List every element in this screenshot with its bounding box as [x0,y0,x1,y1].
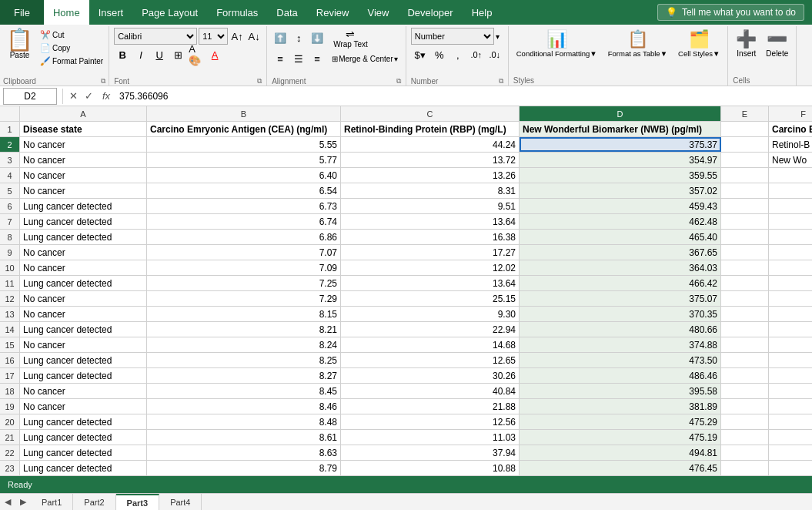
wrap-text-button[interactable]: ⇌ Wrap Text [330,28,371,49]
grid-cell[interactable]: 8.24 [147,337,341,352]
grid-cell[interactable]: New Wonderful Biomarker (NWB) (pg/ml) [520,122,721,136]
grid-cell[interactable]: Lung cancer detected [20,353,147,367]
grid-cell[interactable]: 374.88 [520,337,721,352]
tab-nav-right[interactable]: ▶ [15,497,31,507]
decrease-font-button[interactable]: A↓ [246,29,262,44]
grid-cell[interactable]: 8.61 [147,430,341,445]
grid-cell[interactable]: 8.31 [341,183,520,198]
grid-cell[interactable]: Lung cancer detected [20,445,147,460]
col-header-C[interactable]: C [341,106,520,121]
grid-cell[interactable] [721,337,769,352]
align-center-button[interactable]: ☰ [290,50,307,67]
merge-dropdown-icon[interactable]: ▾ [394,55,398,63]
row-number[interactable]: 4 [0,168,20,183]
row-number[interactable]: 9 [0,245,20,260]
row-number[interactable]: 23 [0,461,20,475]
grid-cell[interactable]: 475.19 [520,430,721,445]
grid-cell[interactable]: 375.07 [520,291,721,306]
grid-cell[interactable]: 8.25 [147,353,341,367]
grid-cell[interactable]: 16.38 [341,230,520,244]
grid-cell[interactable] [769,230,812,244]
row-number[interactable]: 3 [0,153,20,167]
grid-cell[interactable]: 8.79 [147,461,341,475]
grid-cell[interactable] [721,168,769,183]
file-menu[interactable]: File [0,0,44,25]
grid-cell[interactable]: 359.55 [520,168,721,183]
increase-decimal-button[interactable]: .0↑ [468,46,485,63]
underline-button[interactable]: U [151,46,168,63]
grid-cell[interactable]: 11.03 [341,430,520,445]
grid-cell[interactable]: 395.58 [520,384,721,398]
grid-cell[interactable] [769,322,812,337]
grid-cell[interactable] [769,337,812,352]
grid-cell[interactable] [721,230,769,244]
grid-cell[interactable]: Lung cancer detected [20,430,147,445]
grid-cell[interactable]: No cancer [20,168,147,183]
grid-cell[interactable] [769,260,812,275]
grid-cell[interactable] [721,368,769,383]
grid-cell[interactable] [769,214,812,229]
grid-cell[interactable] [721,291,769,306]
grid-cell[interactable]: 21.88 [341,399,520,414]
grid-cell[interactable] [721,461,769,475]
menu-data[interactable]: Data [267,0,306,25]
grid-cell[interactable]: 5.77 [147,153,341,167]
tab-part3[interactable]: Part3 [116,494,160,510]
grid-cell[interactable]: 25.15 [341,291,520,306]
insert-function-button[interactable]: fx [96,89,116,104]
grid-cell[interactable]: 22.94 [341,322,520,337]
grid-cell[interactable]: 12.56 [341,414,520,429]
format-painter-button[interactable]: 🖌️ Format Painter [38,55,105,67]
decrease-decimal-button[interactable]: .0↓ [486,46,503,63]
grid-cell[interactable]: 466.42 [520,276,721,290]
font-color-button[interactable]: A [206,46,223,63]
align-bottom-button[interactable]: ⬇️ [309,30,326,47]
grid-cell[interactable]: Retinol-Binding Protein (RBP) (mg/L) [341,122,520,136]
grid-cell[interactable]: 473.50 [520,353,721,367]
row-number[interactable]: 12 [0,291,20,306]
grid-cell[interactable]: 8.15 [147,307,341,321]
grid-cell[interactable] [769,399,812,414]
tab-part2[interactable]: Part2 [73,494,115,510]
row-number[interactable]: 1 [0,122,20,136]
number-format-select[interactable]: Number [411,28,494,45]
row-number[interactable]: 15 [0,337,20,352]
tab-part4[interactable]: Part4 [159,494,202,510]
tell-me-box[interactable]: 💡 Tell me what you want to do [657,4,804,21]
grid-cell[interactable]: 7.09 [147,260,341,275]
grid-cell[interactable]: 17.27 [341,245,520,260]
align-middle-button[interactable]: ↕️ [290,30,307,47]
grid-cell[interactable]: 8.46 [147,399,341,414]
menu-insert[interactable]: Insert [89,0,133,25]
grid-cell[interactable]: No cancer [20,245,147,260]
grid-cell[interactable]: 9.51 [341,199,520,213]
grid-cell[interactable] [769,430,812,445]
grid-cell[interactable] [721,260,769,275]
col-header-D[interactable]: D [520,106,721,121]
font-size-select[interactable]: 11 [199,28,228,45]
grid-cell[interactable]: 459.43 [520,199,721,213]
grid-cell[interactable]: 370.35 [520,307,721,321]
grid-cell[interactable] [721,353,769,367]
grid-cell[interactable]: Lung cancer detected [20,214,147,229]
number-expand-icon[interactable]: ⧉ [499,77,503,86]
grid-cell[interactable]: 6.40 [147,168,341,183]
grid-cell[interactable]: 13.72 [341,153,520,167]
grid-cell[interactable] [721,137,769,152]
grid-cell[interactable] [769,199,812,213]
grid-cell[interactable] [721,183,769,198]
grid-cell[interactable]: Retinol-B [769,137,812,152]
format-as-table-button[interactable]: 📋 Format as Table▼ [605,28,670,59]
grid-cell[interactable]: New Wo [769,153,812,167]
grid-cell[interactable]: 40.84 [341,384,520,398]
grid-cell[interactable]: 7.29 [147,291,341,306]
col-header-F[interactable]: F [769,106,812,121]
cell-ref-input[interactable] [3,88,57,105]
grid-cell[interactable] [721,399,769,414]
row-number[interactable]: 21 [0,430,20,445]
menu-page-layout[interactable]: Page Layout [132,0,207,25]
tab-nav-left[interactable]: ◀ [0,497,15,507]
menu-help[interactable]: Help [463,0,502,25]
grid-cell[interactable] [721,276,769,290]
grid-cell[interactable]: No cancer [20,137,147,152]
